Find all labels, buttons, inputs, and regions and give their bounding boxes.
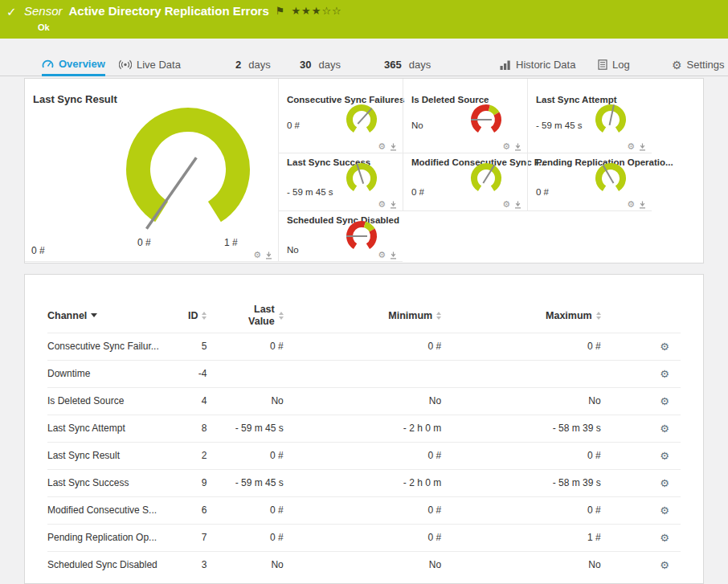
cell-maximum: 0 # (441, 496, 601, 524)
gear-icon[interactable]: ⚙ (253, 251, 261, 259)
table-row[interactable]: Last Sync Result 2 0 # 0 # 0 # ⚙ (47, 442, 681, 469)
table-row[interactable]: Last Sync Success 9 - 59 m 45 s - 2 h 0 … (47, 469, 681, 496)
pin-icon[interactable] (639, 143, 646, 151)
cell-id: 3 (168, 551, 207, 578)
tab-overview-label: Overview (59, 58, 105, 70)
cell-minimum: 0 # (284, 524, 441, 551)
tab-live-data[interactable]: Live Data (119, 53, 181, 76)
channel-settings-icon[interactable]: ⚙ (660, 532, 669, 544)
object-kind-label: Sensor (24, 4, 63, 18)
channels-table-panel: Channel ID Last Value (24, 274, 704, 584)
pin-icon[interactable] (514, 201, 521, 209)
table-row[interactable]: Modified Consecutive S... 6 0 # 0 # 0 # … (47, 496, 681, 524)
cell-maximum: 0 # (441, 333, 601, 360)
gear-icon[interactable]: ⚙ (502, 200, 510, 209)
column-header-channel[interactable]: Channel (47, 299, 168, 333)
flag-icon[interactable]: ⚑ (276, 5, 285, 17)
pin-icon[interactable] (639, 201, 646, 209)
channel-settings-icon[interactable]: ⚙ (660, 395, 669, 407)
cell-id: 6 (168, 496, 207, 524)
cell-minimum: 0 # (284, 496, 441, 524)
table-row[interactable]: Is Deleted Source 4 No No No ⚙ (47, 387, 681, 415)
channel-settings-icon[interactable]: ⚙ (660, 504, 669, 517)
pending-replication-operations-gauge (592, 160, 629, 197)
main-gauge-max-label: 1 # (224, 237, 238, 248)
channel-settings-icon[interactable]: ⚙ (660, 423, 669, 435)
gear-icon[interactable]: ⚙ (502, 142, 510, 151)
gauge-cell-modified-consecutive-sync-failures[interactable]: Modified Consecutive Sync F... 0 # ⚙ (403, 153, 527, 211)
pin-icon[interactable] (390, 143, 397, 151)
gear-icon[interactable]: ⚙ (627, 200, 635, 209)
table-row[interactable]: Pending Replication Op... 7 0 # 0 # 1 # … (47, 524, 681, 551)
table-row[interactable]: Downtime -4 ⚙ (47, 360, 681, 387)
column-header-last-value[interactable]: Last Value (207, 299, 283, 333)
cell-maximum: 0 # (441, 442, 601, 469)
gauge-cell-is-deleted-source[interactable]: Is Deleted Source No ⚙ (403, 79, 527, 153)
gauge-cell-pending-replication-operations[interactable]: Pending Replication Operatio... 0 # ⚙ (527, 153, 652, 211)
sensor-title: Active Directory Replication Errors (69, 4, 269, 18)
column-header-maximum-label: Maximum (546, 310, 592, 321)
gauge-cell-scheduled-sync-disabled[interactable]: Scheduled Sync Disabled No ⚙ (278, 211, 403, 262)
settings-gear-icon: ⚙ (672, 59, 682, 71)
table-row[interactable]: Consecutive Sync Failur... 5 0 # 0 # 0 #… (47, 333, 681, 360)
priority-stars[interactable]: ★★★☆☆ (291, 5, 342, 17)
cell-last-value: - 59 m 45 s (207, 415, 283, 442)
tab-2-days-number: 2 (235, 59, 241, 71)
cell-id: 9 (168, 469, 207, 496)
cell-maximum: 1 # (441, 524, 601, 551)
cell-maximum (441, 360, 601, 387)
gauge-cell-consecutive-sync-failures[interactable]: Consecutive Sync Failures 0 # ⚙ (278, 79, 403, 153)
gauge-value: - 59 m 45 s (287, 187, 333, 197)
cell-maximum: - 58 m 39 s (441, 415, 601, 442)
gear-icon[interactable]: ⚙ (378, 200, 386, 209)
cell-maximum: - 58 m 39 s (441, 469, 601, 496)
pin-icon[interactable] (390, 251, 397, 259)
pin-icon[interactable] (514, 143, 521, 151)
column-header-minimum[interactable]: Minimum (284, 299, 441, 333)
cell-id: 5 (168, 333, 207, 360)
pin-icon[interactable] (390, 201, 397, 209)
channel-settings-icon[interactable]: ⚙ (660, 477, 669, 489)
ok-check-icon: ✓ (6, 5, 17, 19)
gauge-cell-last-sync-success[interactable]: Last Sync Success - 59 m 45 s ⚙ (278, 153, 403, 211)
cell-channel: Last Sync Success (47, 469, 168, 496)
gauges-panel: Last Sync Result 0 # 0 # 1 # ⚙ Consecuti… (24, 78, 704, 263)
column-header-id-label: ID (188, 310, 198, 321)
cell-maximum: No (441, 387, 601, 415)
tab-2-days[interactable]: 2 days (235, 53, 271, 76)
table-row[interactable]: Last Sync Attempt 8 - 59 m 45 s - 2 h 0 … (47, 415, 681, 442)
column-header-minimum-label: Minimum (388, 310, 432, 321)
gear-icon[interactable]: ⚙ (627, 142, 635, 151)
tab-settings[interactable]: ⚙ Settings (672, 53, 725, 76)
gauge-cell-last-sync-result[interactable]: Last Sync Result 0 # 0 # 1 # ⚙ (25, 79, 278, 262)
tab-historic-data[interactable]: Historic Data (500, 53, 575, 76)
cell-minimum (284, 360, 441, 387)
channel-settings-icon[interactable]: ⚙ (660, 341, 669, 353)
table-row[interactable]: Scheduled Sync Disabled 3 No No No ⚙ (47, 551, 681, 578)
channel-settings-icon[interactable]: ⚙ (660, 450, 669, 462)
tab-overview[interactable]: Overview (42, 53, 105, 76)
scheduled-sync-disabled-gauge (343, 218, 380, 255)
gauge-value: 0 # (411, 187, 424, 197)
gear-icon[interactable]: ⚙ (378, 251, 386, 259)
column-header-maximum[interactable]: Maximum (441, 299, 601, 333)
channels-table: Channel ID Last Value (47, 299, 681, 578)
cell-last-value: - 59 m 45 s (207, 469, 283, 496)
log-document-icon (598, 59, 607, 70)
tab-30-days[interactable]: 30 days (300, 53, 341, 76)
tab-365-days-number: 365 (384, 59, 402, 71)
tab-log[interactable]: Log (598, 53, 630, 76)
sort-icon (202, 312, 207, 320)
cell-last-value (207, 360, 283, 387)
last-sync-attempt-gauge (592, 101, 629, 138)
column-header-id[interactable]: ID (168, 299, 207, 333)
cell-channel: Downtime (47, 360, 168, 387)
cell-last-value: 0 # (207, 333, 283, 360)
channel-settings-icon[interactable]: ⚙ (660, 368, 669, 380)
column-header-channel-label: Channel (47, 310, 87, 321)
tab-365-days[interactable]: 365 days (384, 53, 431, 76)
gear-icon[interactable]: ⚙ (378, 142, 386, 151)
pin-icon[interactable] (265, 251, 272, 259)
channel-settings-icon[interactable]: ⚙ (660, 559, 669, 571)
gauge-cell-last-sync-attempt[interactable]: Last Sync Attempt - 59 m 45 s ⚙ (527, 79, 652, 153)
